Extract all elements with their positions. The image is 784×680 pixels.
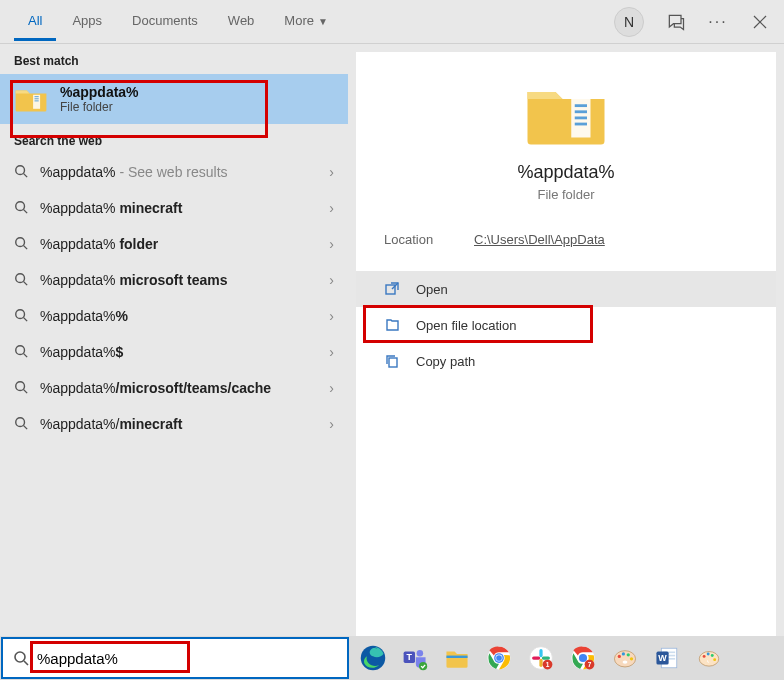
chrome-icon[interactable] [481, 640, 517, 676]
web-suggestion-item[interactable]: %appdata% folder› [0, 226, 348, 262]
user-avatar[interactable]: N [614, 7, 644, 37]
action-copy-path[interactable]: Copy path [356, 343, 776, 379]
paint-classic-icon[interactable] [691, 640, 727, 676]
slack-icon[interactable]: 1 [523, 640, 559, 676]
more-options-icon[interactable]: ··· [708, 12, 728, 32]
preview-actions: OpenOpen file locationCopy path [356, 271, 776, 379]
search-icon [14, 272, 30, 288]
search-input[interactable] [37, 650, 337, 667]
suggestion-text: %appdata% minecraft [40, 200, 182, 216]
web-suggestion-item[interactable]: %appdata%$› [0, 334, 348, 370]
search-web-header: Search the web [0, 124, 348, 154]
web-suggestion-item[interactable]: %appdata% - See web results› [0, 154, 348, 190]
svg-point-6 [16, 166, 25, 175]
folder-icon [14, 85, 48, 113]
paint-icon[interactable] [607, 640, 643, 676]
web-suggestion-item[interactable]: %appdata%%› [0, 298, 348, 334]
svg-rect-25 [575, 117, 587, 120]
preview-location-row: Location C:\Users\Dell\AppData [356, 232, 776, 271]
svg-point-20 [16, 418, 25, 427]
results-panel: Best match %appdata% File folder Search … [0, 44, 348, 636]
suggestion-list: %appdata% - See web results›%appdata% mi… [0, 154, 348, 442]
svg-line-7 [24, 174, 28, 178]
svg-point-40 [496, 655, 502, 661]
tab-documents[interactable]: Documents [118, 3, 212, 41]
action-label: Open file location [416, 318, 516, 333]
action-label: Copy path [416, 354, 475, 369]
svg-point-55 [627, 653, 630, 656]
chevron-right-icon: › [329, 200, 334, 216]
tab-more-label: More [284, 13, 314, 28]
suggestion-text: %appdata%% [40, 308, 128, 324]
action-open[interactable]: Open [356, 271, 776, 307]
action-open-file-location[interactable]: Open file location [356, 307, 776, 343]
chevron-right-icon: › [329, 236, 334, 252]
svg-point-53 [618, 655, 621, 658]
svg-rect-43 [542, 656, 550, 659]
svg-point-67 [711, 654, 714, 657]
svg-point-56 [630, 657, 633, 660]
svg-point-10 [16, 238, 25, 247]
edge-icon[interactable] [355, 640, 391, 676]
close-icon[interactable] [750, 12, 770, 32]
search-icon [14, 200, 30, 216]
best-match-text: %appdata% File folder [60, 84, 139, 114]
search-icon [13, 650, 29, 666]
chevron-right-icon: › [329, 272, 334, 288]
word-icon[interactable]: W [649, 640, 685, 676]
chevron-right-icon: › [329, 416, 334, 432]
svg-point-14 [16, 310, 25, 319]
search-icon [14, 164, 30, 180]
chevron-right-icon: › [329, 164, 334, 180]
chrome-beta-icon[interactable]: 7 [565, 640, 601, 676]
svg-text:T: T [407, 652, 413, 662]
chevron-right-icon: › [329, 380, 334, 396]
web-suggestion-item[interactable]: %appdata% minecraft› [0, 190, 348, 226]
svg-text:1: 1 [546, 661, 550, 668]
svg-point-54 [622, 652, 625, 655]
preview-title: %appdata% [517, 162, 614, 183]
tab-all[interactable]: All [14, 3, 56, 41]
svg-point-49 [579, 654, 587, 662]
open-icon [384, 281, 402, 297]
chevron-right-icon: › [329, 344, 334, 360]
tab-apps[interactable]: Apps [58, 3, 116, 41]
svg-point-34 [417, 650, 424, 657]
teams-icon[interactable]: T [397, 640, 433, 676]
copy-icon [384, 353, 402, 369]
svg-rect-44 [539, 659, 542, 667]
search-icon [14, 416, 30, 432]
svg-rect-42 [539, 649, 542, 657]
svg-point-29 [15, 652, 25, 662]
best-match-title: %appdata% [60, 84, 139, 100]
chevron-right-icon: › [329, 308, 334, 324]
top-bar: All Apps Documents Web More▼ N ··· [0, 0, 784, 44]
svg-rect-24 [575, 110, 587, 113]
svg-point-68 [713, 658, 716, 661]
taskbar-search-box[interactable] [1, 637, 349, 679]
web-suggestion-item[interactable]: %appdata%/microsoft/teams/cache› [0, 370, 348, 406]
suggestion-text: %appdata%/minecraft [40, 416, 182, 432]
suggestion-text: %appdata% microsoft teams [40, 272, 228, 288]
search-icon [14, 308, 30, 324]
location-link[interactable]: C:\Users\Dell\AppData [474, 232, 605, 247]
svg-rect-23 [575, 104, 587, 107]
suggestion-text: %appdata% folder [40, 236, 158, 252]
web-suggestion-item[interactable]: %appdata%/minecraft› [0, 406, 348, 442]
search-icon [14, 344, 30, 360]
suggestion-text: %appdata%$ [40, 344, 123, 360]
svg-point-66 [707, 652, 710, 655]
suggestion-text: %appdata%/microsoft/teams/cache [40, 380, 271, 396]
folder-icon [523, 78, 609, 148]
preview-header: %appdata% File folder Location C:\Users\… [356, 52, 776, 271]
tab-web[interactable]: Web [214, 3, 269, 41]
svg-text:7: 7 [588, 661, 592, 668]
file-explorer-icon[interactable] [439, 640, 475, 676]
feedback-icon[interactable] [666, 12, 686, 32]
tab-more[interactable]: More▼ [270, 3, 342, 41]
svg-line-30 [24, 661, 28, 665]
best-match-item[interactable]: %appdata% File folder [0, 74, 348, 124]
web-suggestion-item[interactable]: %appdata% microsoft teams› [0, 262, 348, 298]
svg-rect-28 [389, 358, 397, 367]
scope-tabs: All Apps Documents Web More▼ [14, 3, 342, 41]
